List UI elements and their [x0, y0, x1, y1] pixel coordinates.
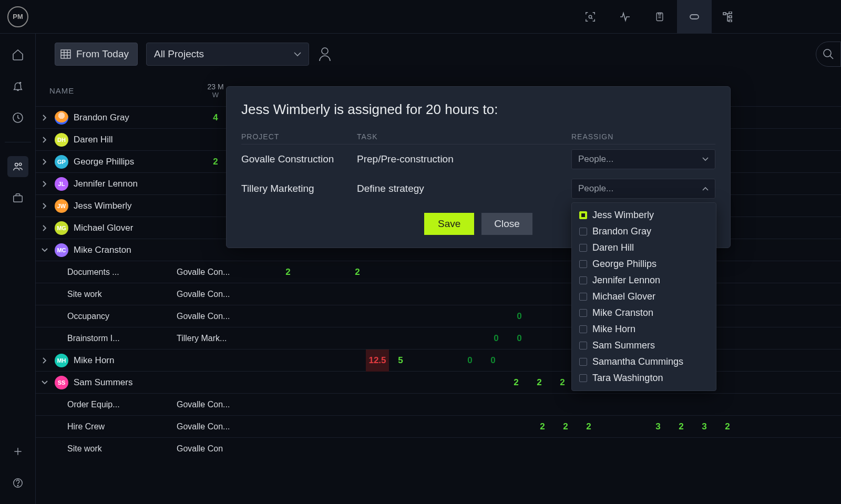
person-filter-icon[interactable] [317, 46, 332, 62]
value-cell [253, 416, 276, 438]
task-row[interactable]: Occupancy Govalle Con... 0 [36, 305, 841, 327]
value-cell [273, 372, 296, 394]
checkbox-icon[interactable] [579, 374, 587, 382]
value-cell [461, 261, 485, 283]
value-cell [323, 283, 346, 305]
avatar: MH [55, 354, 68, 367]
value-cell [412, 349, 435, 372]
value-cell [369, 438, 392, 460]
task-row[interactable]: Order Equip... Govalle Con... [36, 393, 841, 415]
clipboard-icon[interactable] [642, 0, 677, 34]
people-icon[interactable] [7, 156, 28, 177]
minus-box-icon[interactable] [677, 0, 712, 34]
svg-rect-3 [723, 13, 726, 15]
bell-icon[interactable] [7, 76, 28, 97]
value-cell [230, 416, 253, 438]
dropdown-item[interactable]: Tara Washington [572, 370, 716, 386]
value-cell [415, 305, 438, 327]
activity-icon[interactable] [608, 0, 642, 34]
value-cell [505, 349, 528, 372]
expand-chevron[interactable] [40, 245, 49, 255]
briefcase-icon[interactable] [7, 188, 28, 209]
dropdown-item[interactable]: Michael Glover [572, 289, 716, 305]
dropdown-item[interactable]: Sam Summers [572, 337, 716, 354]
value-cell [253, 283, 276, 305]
checkbox-icon[interactable] [579, 276, 587, 284]
value-cell [693, 394, 716, 416]
date-column-header: 23 M W [204, 83, 227, 99]
expand-chevron[interactable] [40, 157, 49, 167]
expand-chevron[interactable] [40, 223, 49, 233]
home-icon[interactable] [7, 44, 28, 65]
dropdown-item[interactable]: Brandon Gray [572, 223, 716, 240]
checkbox-icon[interactable] [579, 293, 587, 301]
person-name: Jess Wimberly [74, 201, 132, 211]
dropdown-item[interactable]: Mike Cranston [572, 305, 716, 321]
logo[interactable]: PM [0, 6, 36, 27]
save-button[interactable]: Save [424, 213, 474, 235]
checkbox-icon[interactable] [579, 342, 587, 349]
value-cell [531, 394, 554, 416]
people-select[interactable]: People... [571, 149, 715, 169]
expand-chevron[interactable] [40, 378, 49, 387]
projects-select[interactable]: All Projects [146, 43, 309, 66]
value-cell [227, 349, 250, 372]
avatar: MC [55, 243, 68, 257]
value-cell [481, 372, 505, 394]
value-cell [392, 261, 415, 283]
checkbox-icon[interactable] [579, 228, 587, 235]
expand-chevron[interactable] [40, 356, 49, 365]
value-cell [323, 327, 346, 349]
value-cell [346, 283, 369, 305]
dropdown-item[interactable]: Jess Wimberly [572, 207, 716, 223]
task-row[interactable]: Hire Crew Govalle Con... 2223232 [36, 415, 841, 437]
scan-icon[interactable] [573, 0, 608, 34]
value-cell [508, 261, 531, 283]
expand-chevron[interactable] [40, 135, 49, 145]
task-row[interactable]: Documents ... Govalle Con... 22 [36, 261, 841, 283]
value-cell [485, 394, 508, 416]
value-cells [230, 394, 762, 416]
clock-icon[interactable] [7, 107, 28, 128]
checkbox-icon[interactable] [579, 325, 587, 333]
plus-icon[interactable] [7, 441, 28, 462]
task-row[interactable]: Site work Govalle Con... [36, 283, 841, 305]
dropdown-item[interactable]: George Phillips [572, 256, 716, 272]
expand-chevron[interactable] [40, 201, 49, 211]
avatar: JL [55, 177, 68, 191]
value-cell [412, 372, 435, 394]
from-today-button[interactable]: From Today [55, 43, 138, 66]
svg-rect-5 [729, 16, 732, 18]
dropdown-item[interactable]: Samantha Cummings [572, 354, 716, 370]
expand-chevron[interactable] [40, 113, 49, 122]
task-row[interactable]: Brainstorm I... Tillery Mark... 00 [36, 327, 841, 349]
value-cell: 4 [204, 107, 227, 129]
value-cell [461, 394, 485, 416]
value-cell: 3 [647, 416, 670, 438]
dropdown-item[interactable]: Jennifer Lennon [572, 272, 716, 289]
dropdown-item[interactable]: Mike Horn [572, 321, 716, 337]
dropdown-item[interactable]: Daren Hill [572, 240, 716, 256]
expand-chevron[interactable] [40, 179, 49, 189]
from-today-label: From Today [76, 48, 129, 60]
person-row[interactable]: MH Mike Horn 12.5500 [36, 349, 841, 371]
checkbox-icon[interactable] [579, 260, 587, 268]
task-row[interactable]: Site work Govalle Con [36, 437, 841, 459]
people-select-open[interactable]: People... [571, 179, 715, 199]
flow-icon[interactable] [712, 0, 746, 34]
value-cell [253, 261, 276, 283]
logo-text: PM [7, 6, 28, 27]
close-button[interactable]: Close [481, 213, 532, 235]
checkbox-icon[interactable] [579, 244, 587, 252]
value-cell [204, 195, 227, 217]
value-cell [300, 261, 323, 283]
value-cell [461, 416, 485, 438]
search-icon[interactable] [816, 42, 841, 67]
value-cell: 2 [551, 372, 574, 394]
checkbox-icon[interactable] [579, 358, 587, 366]
person-row[interactable]: SS Sam Summers 222 [36, 371, 841, 393]
help-icon[interactable] [7, 472, 28, 493]
svg-rect-4 [729, 12, 732, 14]
checkbox-icon[interactable] [579, 309, 587, 317]
checkbox-icon[interactable] [579, 211, 587, 219]
